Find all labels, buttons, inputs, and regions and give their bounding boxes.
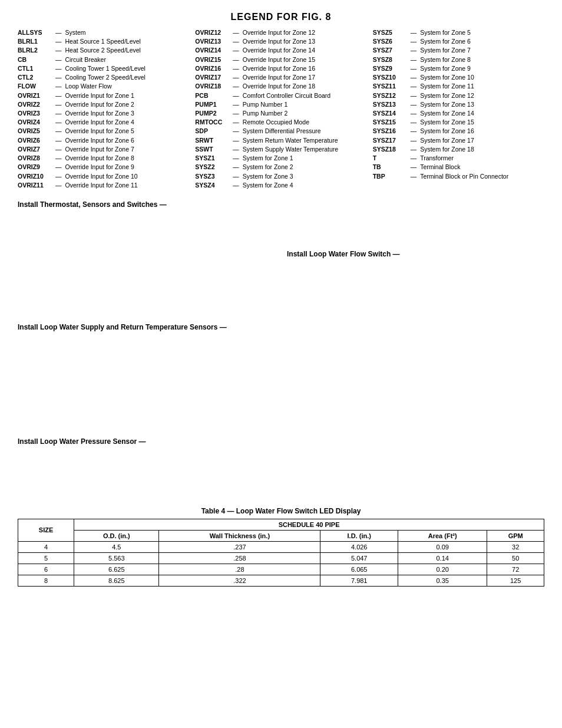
legend-dash: — bbox=[233, 64, 239, 73]
section-loop-water-supply: Install Loop Water Supply and Return Tem… bbox=[18, 323, 544, 429]
legend-val: Heat Source 1 Speed/Level bbox=[65, 37, 141, 46]
cell-size: 4 bbox=[18, 541, 74, 552]
legend-item: BLRL2—Heat Source 2 Speed/Level bbox=[18, 46, 189, 55]
legend-item: OVRIZ3—Override Input for Zone 3 bbox=[18, 109, 189, 118]
legend-item: OVRIZ15—Override Input for Zone 15 bbox=[195, 55, 366, 64]
loop-water-supply-heading: Install Loop Water Supply and Return Tem… bbox=[18, 323, 544, 331]
legend-item: SSWT—System Supply Water Temperature bbox=[195, 145, 366, 154]
legend-item: OVRIZ10—Override Input for Zone 10 bbox=[18, 172, 189, 181]
legend-item: SYSZ5—System for Zone 5 bbox=[373, 28, 544, 37]
legend-item: CTL1—Cooling Tower 1 Speed/Level bbox=[18, 64, 189, 73]
legend-val: Override Input for Zone 10 bbox=[65, 172, 138, 181]
legend-item: OVRIZ2—Override Input for Zone 2 bbox=[18, 100, 189, 109]
legend-dash: — bbox=[233, 145, 239, 154]
cell-gpm: 125 bbox=[487, 575, 544, 586]
legend-dash: — bbox=[55, 91, 62, 100]
legend-val: Pump Number 1 bbox=[243, 100, 287, 109]
legend-dash: — bbox=[411, 100, 417, 109]
cell-wall: .28 bbox=[159, 564, 320, 575]
legend-dash: — bbox=[55, 55, 62, 64]
table-row: 55.563.2585.0470.1450 bbox=[18, 552, 544, 564]
legend-item: RMTOCC—Remote Occupied Mode bbox=[195, 118, 366, 127]
cell-id: 7.981 bbox=[320, 575, 398, 586]
column-header: GPM bbox=[487, 530, 544, 541]
legend-key: OVRIZ6 bbox=[18, 136, 52, 145]
legend-item: OVRIZ9—Override Input for Zone 9 bbox=[18, 163, 189, 172]
legend-dash: — bbox=[411, 46, 417, 55]
page-title: LEGEND FOR FIG. 8 bbox=[18, 12, 544, 22]
legend-key: SYSZ12 bbox=[373, 91, 407, 100]
legend-item: OVRIZ13—Override Input for Zone 13 bbox=[195, 37, 366, 46]
cell-id: 6.065 bbox=[320, 564, 398, 575]
legend-val: System for Zone 7 bbox=[420, 46, 471, 55]
legend-dash: — bbox=[411, 118, 417, 127]
legend-val: Override Input for Zone 9 bbox=[65, 163, 134, 172]
section-loop-water-pressure: Install Loop Water Pressure Sensor — bbox=[18, 437, 544, 496]
cell-area: 0.14 bbox=[398, 552, 487, 564]
legend-key: OVRIZ10 bbox=[18, 172, 52, 181]
cell-wall: .258 bbox=[159, 552, 320, 564]
legend-val: Override Input for Zone 17 bbox=[243, 73, 315, 82]
legend-key: SYSZ14 bbox=[373, 109, 407, 118]
legend-val: System for Zone 17 bbox=[420, 136, 474, 145]
legend-item: SYSZ8—System for Zone 8 bbox=[373, 55, 544, 64]
cell-gpm: 72 bbox=[487, 564, 544, 575]
legend-val: Override Input for Zone 8 bbox=[65, 154, 134, 163]
legend-item: SDP—System Differential Pressure bbox=[195, 127, 366, 136]
legend-dash: — bbox=[233, 127, 239, 136]
legend-key: T bbox=[373, 154, 407, 163]
legend-key: OVRIZ4 bbox=[18, 118, 52, 127]
schedule-header: SCHEDULE 40 PIPE bbox=[74, 519, 544, 530]
legend-val: System for Zone 14 bbox=[420, 109, 474, 118]
cell-wall: .237 bbox=[159, 541, 320, 552]
legend-item: FLOW—Loop Water Flow bbox=[18, 82, 189, 91]
cell-id: 4.026 bbox=[320, 541, 398, 552]
cell-gpm: 50 bbox=[487, 552, 544, 564]
legend-key: SYSZ9 bbox=[373, 64, 407, 73]
legend-item: OVRIZ14—Override Input for Zone 14 bbox=[195, 46, 366, 55]
legend-val: Loop Water Flow bbox=[65, 82, 112, 91]
legend-val: System for Zone 4 bbox=[243, 181, 293, 190]
legend-key: FLOW bbox=[18, 82, 52, 91]
legend-key: OVRIZ1 bbox=[18, 91, 52, 100]
cell-id: 5.047 bbox=[320, 552, 398, 564]
legend-val: System for Zone 3 bbox=[243, 172, 293, 181]
legend-item: CTL2—Cooling Tower 2 Speed/Level bbox=[18, 73, 189, 82]
legend-val: System for Zone 9 bbox=[420, 64, 471, 73]
legend-dash: — bbox=[233, 109, 239, 118]
legend-key: OVRIZ2 bbox=[18, 100, 52, 109]
legend-dash: — bbox=[411, 145, 417, 154]
legend-item: OVRIZ5—Override Input for Zone 5 bbox=[18, 127, 189, 136]
legend-key: OVRIZ16 bbox=[195, 64, 229, 73]
legend-dash: — bbox=[411, 28, 417, 37]
table-title: Table 4 — Loop Water Flow Switch LED Dis… bbox=[18, 507, 544, 515]
legend-item: OVRIZ12—Override Input for Zone 12 bbox=[195, 28, 366, 37]
legend-val: Override Input for Zone 15 bbox=[243, 55, 315, 64]
cell-area: 0.09 bbox=[398, 541, 487, 552]
legend-key: OVRIZ18 bbox=[195, 82, 229, 91]
legend-item: SYSZ16—System for Zone 16 bbox=[373, 127, 544, 136]
legend-key: SYSZ11 bbox=[373, 82, 407, 91]
cell-od: 5.563 bbox=[74, 552, 159, 564]
legend-dash: — bbox=[233, 91, 239, 100]
legend-dash: — bbox=[411, 154, 417, 163]
legend-val: Comfort Controller Circuit Board bbox=[243, 91, 330, 100]
legend-dash: — bbox=[233, 181, 239, 190]
legend-item: PUMP1—Pump Number 1 bbox=[195, 100, 366, 109]
column-header: I.D. (in.) bbox=[320, 530, 398, 541]
legend-item: TB—Terminal Block bbox=[373, 163, 544, 172]
legend-val: Override Input for Zone 4 bbox=[65, 118, 134, 127]
legend-val: Pump Number 2 bbox=[243, 109, 287, 118]
legend-val: System for Zone 16 bbox=[420, 127, 474, 136]
legend-item: SYSZ3—System for Zone 3 bbox=[195, 172, 366, 181]
legend-col-2: OVRIZ12—Override Input for Zone 12OVRIZ1… bbox=[195, 28, 366, 190]
legend-dash: — bbox=[55, 127, 62, 136]
legend-dash: — bbox=[233, 28, 239, 37]
legend-dash: — bbox=[411, 109, 417, 118]
legend-item: OVRIZ4—Override Input for Zone 4 bbox=[18, 118, 189, 127]
legend-val: Terminal Block or Pin Connector bbox=[420, 172, 508, 181]
table-section: Table 4 — Loop Water Flow Switch LED Dis… bbox=[18, 507, 544, 587]
legend-val: Cooling Tower 1 Speed/Level bbox=[65, 64, 146, 73]
legend-key: OVRIZ9 bbox=[18, 163, 52, 172]
legend-item: SYSZ4—System for Zone 4 bbox=[195, 181, 366, 190]
